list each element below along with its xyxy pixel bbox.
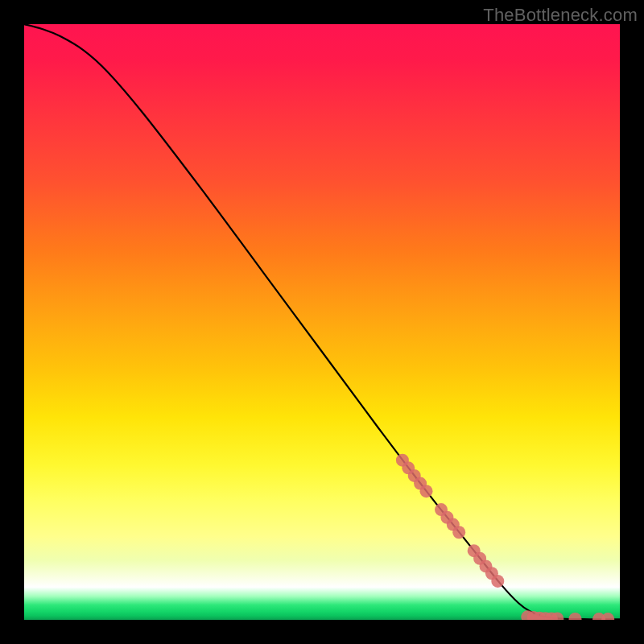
curve-marker <box>491 575 504 588</box>
plot-outer <box>24 24 620 620</box>
chart-svg <box>24 24 620 620</box>
curve-marker <box>452 526 465 539</box>
curve-marker <box>420 485 433 497</box>
plot-area <box>24 24 620 620</box>
watermark-text: TheBottleneck.com <box>483 5 638 26</box>
bottleneck-curve <box>24 24 620 619</box>
markers-group <box>396 454 614 620</box>
curve-marker <box>601 613 614 620</box>
curve-marker <box>569 613 582 620</box>
chart-container: TheBottleneck.com <box>0 0 644 644</box>
